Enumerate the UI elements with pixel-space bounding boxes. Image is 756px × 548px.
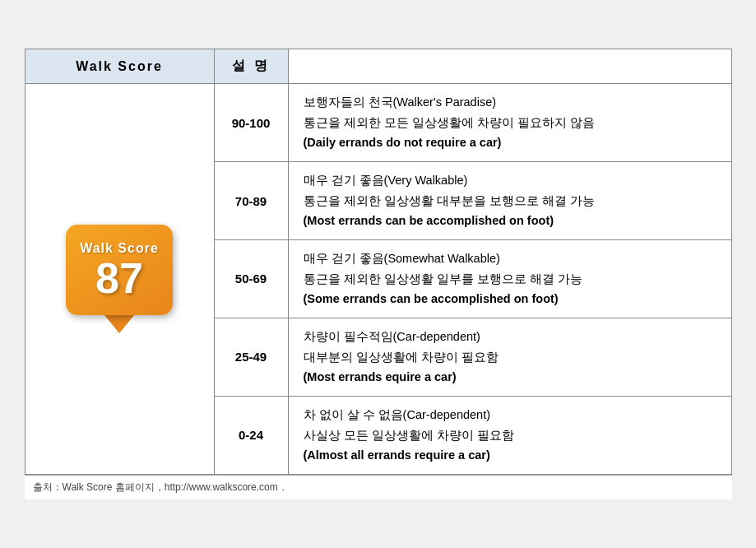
table-row: Walk Score 87 90-100 보행자들의 천국(Walker's P… xyxy=(25,84,731,162)
desc-line2: 통근을 제외한 모든 일상생활에 차량이 필요하지 않음 xyxy=(304,116,595,129)
desc-line2: 통근을 제외한 일상생활 일부를 보행으로 해결 가능 xyxy=(304,272,582,286)
desc-line2: 통근을 제외한 일상생활 대부분을 보행으로 해결 가능 xyxy=(304,194,595,207)
walkscore-box: Walk Score 87 xyxy=(66,225,173,315)
desc-line3: (Some errands can be accomplished on foo… xyxy=(304,292,559,305)
desc-line2: 사실상 모든 일상생활에 차량이 필요함 xyxy=(304,429,514,442)
main-container: Walk Score 설 명 Walk Score 87 90-100 보행자들… xyxy=(25,49,732,499)
desc-cell: 매우 걷기 좋음(Very Walkable) 통근을 제외한 일상생활 대부분… xyxy=(288,162,731,240)
col1-header: Walk Score xyxy=(25,49,214,84)
desc-line3: (Most errands equire a car) xyxy=(304,370,457,383)
range-cell: 25-49 xyxy=(214,318,288,396)
walkscore-badge: Walk Score 87 xyxy=(66,225,173,333)
walkscore-table: Walk Score 설 명 Walk Score 87 90-100 보행자들… xyxy=(25,49,732,475)
range-cell: 50-69 xyxy=(214,240,288,318)
range-cell: 0-24 xyxy=(214,396,288,474)
walkscore-arrow xyxy=(104,315,134,333)
desc-line1: 차량이 필수적임(Car-dependent) xyxy=(304,330,480,343)
desc-line2: 대부분의 일상생활에 차량이 필요함 xyxy=(304,351,499,364)
walkscore-number: 87 xyxy=(95,257,143,300)
desc-cell: 보행자들의 천국(Walker's Paradise) 통근을 제외한 모든 일… xyxy=(288,84,731,162)
desc-line3: (Most errands can be accomplished on foo… xyxy=(304,214,554,227)
desc-line1: 차 없이 살 수 없음(Car-dependent) xyxy=(304,408,491,421)
desc-line1: 매우 걷기 좋음(Somewhat Walkable) xyxy=(304,252,500,265)
desc-line3: (Almost all errands require a car) xyxy=(304,448,490,462)
table-caption: 출처：Walk Score 홈페이지，http://www.walkscore.… xyxy=(25,475,732,499)
desc-cell: 차 없이 살 수 없음(Car-dependent) 사실상 모든 일상생활에 … xyxy=(288,396,731,474)
range-cell: 90-100 xyxy=(214,84,288,162)
walkscore-badge-cell: Walk Score 87 xyxy=(25,84,214,475)
desc-cell: 매우 걷기 좋음(Somewhat Walkable) 통근을 제외한 일상생활… xyxy=(288,240,731,318)
range-cell: 70-89 xyxy=(214,162,288,240)
desc-cell: 차량이 필수적임(Car-dependent) 대부분의 일상생활에 차량이 필… xyxy=(288,318,731,396)
desc-line1: 매우 걷기 좋음(Very Walkable) xyxy=(304,174,468,187)
table-header-row: Walk Score 설 명 xyxy=(25,49,731,84)
desc-line3: (Daily errands do not require a car) xyxy=(304,136,502,149)
desc-line1: 보행자들의 천국(Walker's Paradise) xyxy=(304,95,497,109)
col2-header: 설 명 xyxy=(214,49,288,84)
